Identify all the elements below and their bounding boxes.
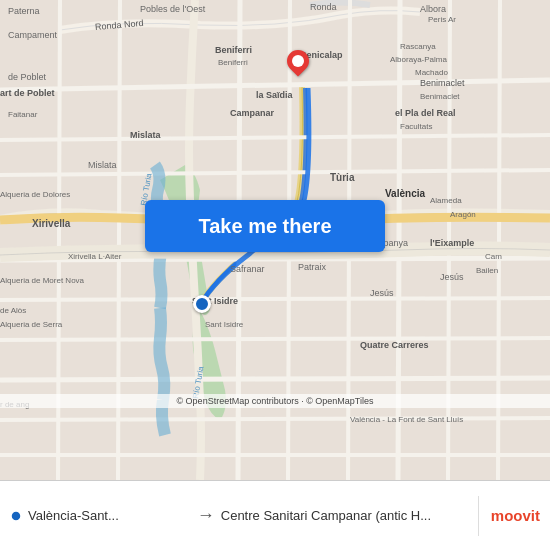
label-lasaidia: la Saïdia bbox=[256, 90, 293, 100]
to-label: Centre Sanitari Campanar (antic H... bbox=[221, 508, 431, 523]
divider bbox=[478, 496, 479, 536]
label-ronda: Ronda bbox=[310, 2, 337, 12]
label-machado: Machado bbox=[415, 68, 448, 77]
svg-line-8 bbox=[0, 418, 550, 420]
svg-line-7 bbox=[0, 378, 550, 380]
label-artdepoblet: art de Poblet bbox=[0, 88, 55, 98]
svg-line-17 bbox=[498, 0, 500, 480]
label-beniferri1: Beniferri bbox=[215, 45, 252, 55]
svg-line-10 bbox=[58, 0, 60, 480]
label-cam: Cam bbox=[485, 252, 502, 261]
label-benimaclet2: Benimaclet bbox=[420, 92, 460, 101]
origin-pin bbox=[193, 295, 211, 313]
svg-point-18 bbox=[11, 511, 21, 521]
label-patraix: Patraix bbox=[298, 262, 326, 272]
map-container: Paterna Pobles de l'Oest Ronda Albora Pe… bbox=[0, 0, 550, 480]
label-plareal: el Pla del Real bbox=[395, 108, 456, 118]
label-santisidre2: Sant Isidre bbox=[205, 320, 243, 329]
label-rascanya: Rascanya bbox=[400, 42, 436, 51]
label-peris: Peris Ar bbox=[428, 15, 456, 24]
map-attribution: © OpenStreetMap contributors · © OpenMap… bbox=[0, 394, 550, 408]
moovit-text: moovit bbox=[491, 507, 540, 524]
label-mislata2: Mislata bbox=[88, 160, 117, 170]
label-alqueriadolores: Alqueria de Dolores bbox=[0, 190, 70, 199]
bottom-bar: València-Sant... → Centre Sanitari Campa… bbox=[0, 480, 550, 550]
label-quatrecarreres: Quatre Carreres bbox=[360, 340, 429, 350]
label-fontlluís: València - La Font de Sant Lluís bbox=[350, 415, 463, 424]
label-mislata: Mislata bbox=[130, 130, 161, 140]
moovit-logo: moovit bbox=[483, 507, 540, 524]
label-beniferri2: Beniferri bbox=[218, 58, 248, 67]
label-aragon: Aragón bbox=[450, 210, 476, 219]
label-alqueriamoret: Alqueria de Moret Nova bbox=[0, 276, 84, 285]
label-campament: Campament bbox=[8, 30, 57, 40]
from-icon bbox=[10, 510, 22, 522]
label-alqueriaserra: Alqueria de Serra bbox=[0, 320, 62, 329]
label-bailen: Bailen bbox=[476, 266, 498, 275]
label-safranar: Safranar bbox=[230, 264, 265, 274]
label-campanar: Campanar bbox=[230, 108, 274, 118]
svg-line-6 bbox=[0, 338, 550, 340]
label-paterna: Paterna bbox=[8, 6, 40, 16]
label-faitanar: Faitanar bbox=[8, 110, 37, 119]
label-depoblet: de Poblet bbox=[8, 72, 46, 82]
label-xirivella-alter: Xirivella L·Aiter bbox=[68, 252, 121, 261]
from-label: València-Sant... bbox=[28, 508, 119, 523]
direction-arrow: → bbox=[191, 505, 221, 526]
label-leixample: l'Eixample bbox=[430, 238, 474, 248]
label-albora: Albora bbox=[420, 4, 446, 14]
to-location: Centre Sanitari Campanar (antic H... bbox=[221, 508, 474, 523]
svg-line-5 bbox=[0, 298, 550, 300]
label-jesus1: Jesús bbox=[440, 272, 464, 282]
svg-line-11 bbox=[118, 0, 120, 480]
label-dealos: de Alòs bbox=[0, 306, 26, 315]
label-alameda: Alameda bbox=[430, 196, 462, 205]
label-benimaclet1: Benimaclet bbox=[420, 78, 465, 88]
take-me-there-button[interactable]: Take me there bbox=[145, 200, 385, 252]
from-location: València-Sant... bbox=[10, 508, 191, 523]
label-turia: Tùria bbox=[330, 172, 354, 183]
label-alboraya-palma: Alboraya-Palma bbox=[390, 55, 447, 64]
label-valencia: València bbox=[385, 188, 425, 199]
label-jesus2: Jesús bbox=[370, 288, 394, 298]
label-pobles: Pobles de l'Oest bbox=[140, 4, 205, 14]
label-facultats: Facultats bbox=[400, 122, 432, 131]
label-xirivella: Xirivella bbox=[32, 218, 70, 229]
